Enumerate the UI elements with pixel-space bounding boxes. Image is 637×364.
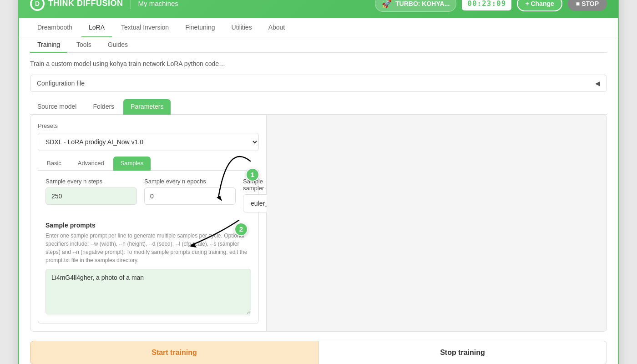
main-layout: Presets SDXL - LoRA prodigy AI_Now v1.0 …	[30, 115, 607, 332]
inner-tab-samples[interactable]: Samples	[113, 157, 151, 171]
nav-tab-lora[interactable]: LoRA	[81, 18, 112, 37]
param-tab-parameters[interactable]: Parameters	[123, 99, 171, 115]
sample-epochs-input[interactable]	[144, 187, 236, 205]
prompts-textarea[interactable]: Li4mG4ll4gher, a photo of a man	[46, 269, 251, 314]
config-file-label: Configuration file	[37, 80, 85, 87]
header-right: 🚀 TURBO: KOHYA... 00:23:09 + Change ■ ST…	[375, 0, 607, 12]
param-tab-folders[interactable]: Folders	[86, 99, 121, 115]
inner-param-tabs: Basic Advanced Samples	[38, 157, 259, 171]
change-button[interactable]: + Change	[517, 0, 562, 11]
sample-steps-label: Sample every n steps	[46, 178, 137, 185]
logo: D THINK DIFFUSION	[30, 0, 123, 11]
turbo-icon: 🚀	[382, 0, 392, 9]
nav-tab-textual-inversion[interactable]: Textual Inversion	[114, 18, 176, 37]
param-tabs: Source model Folders Parameters	[30, 99, 607, 115]
turbo-badge: 🚀 TURBO: KOHYA...	[375, 0, 456, 12]
sample-prompts-title: Sample prompts	[46, 222, 251, 229]
inner-tab-basic[interactable]: Basic	[40, 157, 69, 171]
description-text: Train a custom model using kohya train n…	[30, 60, 607, 67]
nav-tab-dreambooth[interactable]: Dreambooth	[30, 18, 80, 37]
param-tab-source-model[interactable]: Source model	[30, 99, 84, 115]
stop-button[interactable]: ■ STOP	[568, 0, 607, 11]
my-machines-link[interactable]: My machines	[138, 0, 178, 7]
header: D THINK DIFFUSION My machines 🚀 TURBO: K…	[19, 0, 618, 18]
right-panel	[267, 115, 607, 332]
header-left: D THINK DIFFUSION My machines	[30, 0, 178, 11]
samples-content: Sample every n steps Sample every n epoc…	[38, 171, 259, 324]
bottom-buttons: Start training Stop training	[30, 341, 607, 364]
samples-form-row: Sample every n steps Sample every n epoc…	[46, 178, 251, 212]
nav-tab-about[interactable]: About	[261, 18, 293, 37]
nav-tab-utilities[interactable]: Utilities	[224, 18, 259, 37]
sub-tab-tools[interactable]: Tools	[69, 37, 99, 53]
presets-label: Presets	[38, 122, 259, 129]
presets-panel: Presets SDXL - LoRA prodigy AI_Now v1.0 …	[30, 115, 267, 332]
sub-tabs: Training Tools Guides	[30, 37, 607, 53]
header-divider	[131, 0, 131, 9]
sub-tab-guides[interactable]: Guides	[101, 37, 135, 53]
logo-icon: D	[30, 0, 45, 11]
sample-steps-input[interactable]	[46, 187, 137, 205]
svg-text:D: D	[35, 0, 40, 7]
presets-select[interactable]: SDXL - LoRA prodigy AI_Now v1.0 SDXL - L…	[38, 133, 259, 151]
sample-epochs-label: Sample every n epochs	[144, 178, 236, 185]
nav-tab-finetuning[interactable]: Finetuning	[178, 18, 222, 37]
sample-steps-group: Sample every n steps	[46, 178, 137, 212]
main-content: Training Tools Guides Train a custom mod…	[19, 37, 618, 364]
sub-tab-training[interactable]: Training	[30, 37, 67, 53]
sample-prompts-section: Sample prompts Enter one sample prompt p…	[46, 222, 251, 316]
stop-training-button[interactable]: Stop training	[318, 341, 607, 364]
start-training-button[interactable]: Start training	[30, 341, 318, 364]
logo-text: THINK DIFFUSION	[48, 0, 123, 8]
turbo-label: TURBO: KOHYA...	[395, 0, 450, 7]
timer-display: 00:23:09	[462, 0, 511, 10]
sample-prompts-desc: Enter one sample prompt per line to gene…	[46, 232, 251, 264]
config-file-icon: ◀	[595, 80, 600, 87]
sample-epochs-group: Sample every n epochs	[144, 178, 236, 212]
inner-tab-advanced[interactable]: Advanced	[71, 157, 111, 171]
nav-tabs: Dreambooth LoRA Textual Inversion Finetu…	[19, 18, 618, 37]
config-file-bar: Configuration file ◀	[30, 75, 607, 92]
